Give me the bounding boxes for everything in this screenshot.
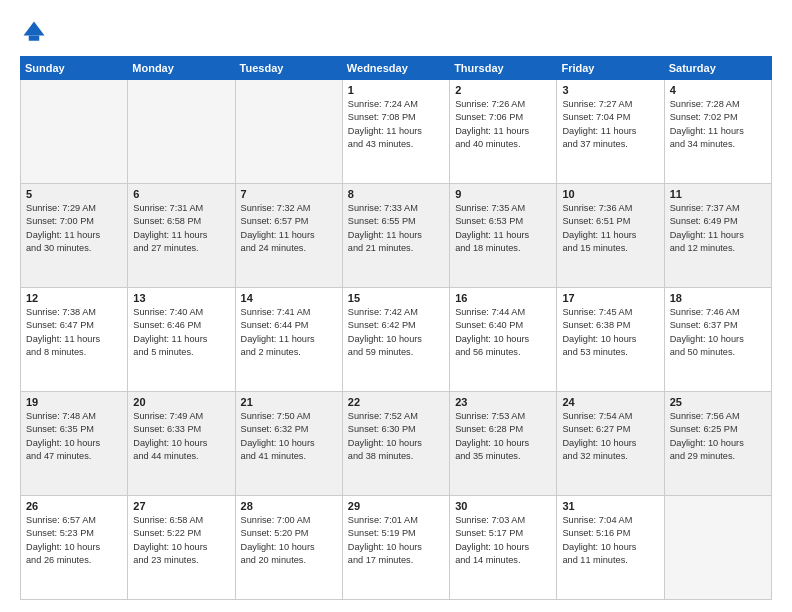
day-number: 30 xyxy=(455,500,551,512)
day-info: Sunrise: 7:45 AM Sunset: 6:38 PM Dayligh… xyxy=(562,306,658,359)
day-number: 3 xyxy=(562,84,658,96)
calendar-row-4: 26Sunrise: 6:57 AM Sunset: 5:23 PM Dayli… xyxy=(21,496,772,600)
day-number: 12 xyxy=(26,292,122,304)
day-info: Sunrise: 7:37 AM Sunset: 6:49 PM Dayligh… xyxy=(670,202,766,255)
calendar-cell: 8Sunrise: 7:33 AM Sunset: 6:55 PM Daylig… xyxy=(342,184,449,288)
day-info: Sunrise: 6:57 AM Sunset: 5:23 PM Dayligh… xyxy=(26,514,122,567)
day-number: 22 xyxy=(348,396,444,408)
day-number: 8 xyxy=(348,188,444,200)
calendar-cell: 24Sunrise: 7:54 AM Sunset: 6:27 PM Dayli… xyxy=(557,392,664,496)
day-number: 4 xyxy=(670,84,766,96)
calendar-cell: 7Sunrise: 7:32 AM Sunset: 6:57 PM Daylig… xyxy=(235,184,342,288)
day-info: Sunrise: 7:46 AM Sunset: 6:37 PM Dayligh… xyxy=(670,306,766,359)
day-number: 29 xyxy=(348,500,444,512)
weekday-header-friday: Friday xyxy=(557,57,664,80)
day-info: Sunrise: 7:33 AM Sunset: 6:55 PM Dayligh… xyxy=(348,202,444,255)
day-number: 28 xyxy=(241,500,337,512)
calendar-cell: 23Sunrise: 7:53 AM Sunset: 6:28 PM Dayli… xyxy=(450,392,557,496)
calendar-row-3: 19Sunrise: 7:48 AM Sunset: 6:35 PM Dayli… xyxy=(21,392,772,496)
calendar-cell xyxy=(235,80,342,184)
day-number: 27 xyxy=(133,500,229,512)
calendar-cell: 1Sunrise: 7:24 AM Sunset: 7:08 PM Daylig… xyxy=(342,80,449,184)
day-info: Sunrise: 6:58 AM Sunset: 5:22 PM Dayligh… xyxy=(133,514,229,567)
day-number: 5 xyxy=(26,188,122,200)
day-number: 10 xyxy=(562,188,658,200)
day-info: Sunrise: 7:26 AM Sunset: 7:06 PM Dayligh… xyxy=(455,98,551,151)
calendar-cell xyxy=(664,496,771,600)
weekday-header-thursday: Thursday xyxy=(450,57,557,80)
calendar-row-1: 5Sunrise: 7:29 AM Sunset: 7:00 PM Daylig… xyxy=(21,184,772,288)
calendar-cell: 9Sunrise: 7:35 AM Sunset: 6:53 PM Daylig… xyxy=(450,184,557,288)
calendar-cell xyxy=(21,80,128,184)
svg-rect-1 xyxy=(29,36,40,41)
day-number: 21 xyxy=(241,396,337,408)
calendar-cell: 29Sunrise: 7:01 AM Sunset: 5:19 PM Dayli… xyxy=(342,496,449,600)
weekday-header-sunday: Sunday xyxy=(21,57,128,80)
day-number: 31 xyxy=(562,500,658,512)
logo xyxy=(20,18,52,46)
day-info: Sunrise: 7:03 AM Sunset: 5:17 PM Dayligh… xyxy=(455,514,551,567)
calendar-cell: 25Sunrise: 7:56 AM Sunset: 6:25 PM Dayli… xyxy=(664,392,771,496)
calendar-cell: 22Sunrise: 7:52 AM Sunset: 6:30 PM Dayli… xyxy=(342,392,449,496)
weekday-header-wednesday: Wednesday xyxy=(342,57,449,80)
calendar-cell: 26Sunrise: 6:57 AM Sunset: 5:23 PM Dayli… xyxy=(21,496,128,600)
calendar-cell: 11Sunrise: 7:37 AM Sunset: 6:49 PM Dayli… xyxy=(664,184,771,288)
calendar-cell: 3Sunrise: 7:27 AM Sunset: 7:04 PM Daylig… xyxy=(557,80,664,184)
day-number: 20 xyxy=(133,396,229,408)
header xyxy=(20,18,772,46)
page: SundayMondayTuesdayWednesdayThursdayFrid… xyxy=(0,0,792,612)
day-info: Sunrise: 7:35 AM Sunset: 6:53 PM Dayligh… xyxy=(455,202,551,255)
logo-icon xyxy=(20,18,48,46)
calendar-cell: 30Sunrise: 7:03 AM Sunset: 5:17 PM Dayli… xyxy=(450,496,557,600)
day-number: 13 xyxy=(133,292,229,304)
calendar-cell: 19Sunrise: 7:48 AM Sunset: 6:35 PM Dayli… xyxy=(21,392,128,496)
day-info: Sunrise: 7:28 AM Sunset: 7:02 PM Dayligh… xyxy=(670,98,766,151)
day-info: Sunrise: 7:48 AM Sunset: 6:35 PM Dayligh… xyxy=(26,410,122,463)
day-number: 11 xyxy=(670,188,766,200)
day-info: Sunrise: 7:49 AM Sunset: 6:33 PM Dayligh… xyxy=(133,410,229,463)
weekday-header-tuesday: Tuesday xyxy=(235,57,342,80)
calendar-cell: 17Sunrise: 7:45 AM Sunset: 6:38 PM Dayli… xyxy=(557,288,664,392)
calendar-cell: 16Sunrise: 7:44 AM Sunset: 6:40 PM Dayli… xyxy=(450,288,557,392)
calendar-cell: 5Sunrise: 7:29 AM Sunset: 7:00 PM Daylig… xyxy=(21,184,128,288)
calendar-cell: 6Sunrise: 7:31 AM Sunset: 6:58 PM Daylig… xyxy=(128,184,235,288)
calendar-cell: 14Sunrise: 7:41 AM Sunset: 6:44 PM Dayli… xyxy=(235,288,342,392)
weekday-header-monday: Monday xyxy=(128,57,235,80)
day-info: Sunrise: 7:31 AM Sunset: 6:58 PM Dayligh… xyxy=(133,202,229,255)
day-info: Sunrise: 7:29 AM Sunset: 7:00 PM Dayligh… xyxy=(26,202,122,255)
day-number: 9 xyxy=(455,188,551,200)
day-number: 14 xyxy=(241,292,337,304)
day-info: Sunrise: 7:00 AM Sunset: 5:20 PM Dayligh… xyxy=(241,514,337,567)
calendar-cell: 10Sunrise: 7:36 AM Sunset: 6:51 PM Dayli… xyxy=(557,184,664,288)
day-number: 16 xyxy=(455,292,551,304)
day-info: Sunrise: 7:32 AM Sunset: 6:57 PM Dayligh… xyxy=(241,202,337,255)
weekday-header-saturday: Saturday xyxy=(664,57,771,80)
calendar-cell xyxy=(128,80,235,184)
day-number: 18 xyxy=(670,292,766,304)
calendar-cell: 4Sunrise: 7:28 AM Sunset: 7:02 PM Daylig… xyxy=(664,80,771,184)
day-number: 7 xyxy=(241,188,337,200)
day-info: Sunrise: 7:42 AM Sunset: 6:42 PM Dayligh… xyxy=(348,306,444,359)
day-info: Sunrise: 7:44 AM Sunset: 6:40 PM Dayligh… xyxy=(455,306,551,359)
calendar-cell: 21Sunrise: 7:50 AM Sunset: 6:32 PM Dayli… xyxy=(235,392,342,496)
day-info: Sunrise: 7:41 AM Sunset: 6:44 PM Dayligh… xyxy=(241,306,337,359)
day-number: 24 xyxy=(562,396,658,408)
day-number: 2 xyxy=(455,84,551,96)
day-info: Sunrise: 7:52 AM Sunset: 6:30 PM Dayligh… xyxy=(348,410,444,463)
svg-marker-0 xyxy=(24,22,45,36)
day-info: Sunrise: 7:40 AM Sunset: 6:46 PM Dayligh… xyxy=(133,306,229,359)
day-number: 19 xyxy=(26,396,122,408)
day-info: Sunrise: 7:24 AM Sunset: 7:08 PM Dayligh… xyxy=(348,98,444,151)
calendar-cell: 15Sunrise: 7:42 AM Sunset: 6:42 PM Dayli… xyxy=(342,288,449,392)
day-info: Sunrise: 7:27 AM Sunset: 7:04 PM Dayligh… xyxy=(562,98,658,151)
day-number: 23 xyxy=(455,396,551,408)
day-info: Sunrise: 7:50 AM Sunset: 6:32 PM Dayligh… xyxy=(241,410,337,463)
day-info: Sunrise: 7:54 AM Sunset: 6:27 PM Dayligh… xyxy=(562,410,658,463)
day-info: Sunrise: 7:04 AM Sunset: 5:16 PM Dayligh… xyxy=(562,514,658,567)
calendar-row-0: 1Sunrise: 7:24 AM Sunset: 7:08 PM Daylig… xyxy=(21,80,772,184)
day-number: 26 xyxy=(26,500,122,512)
day-info: Sunrise: 7:56 AM Sunset: 6:25 PM Dayligh… xyxy=(670,410,766,463)
day-number: 17 xyxy=(562,292,658,304)
day-info: Sunrise: 7:36 AM Sunset: 6:51 PM Dayligh… xyxy=(562,202,658,255)
day-number: 1 xyxy=(348,84,444,96)
